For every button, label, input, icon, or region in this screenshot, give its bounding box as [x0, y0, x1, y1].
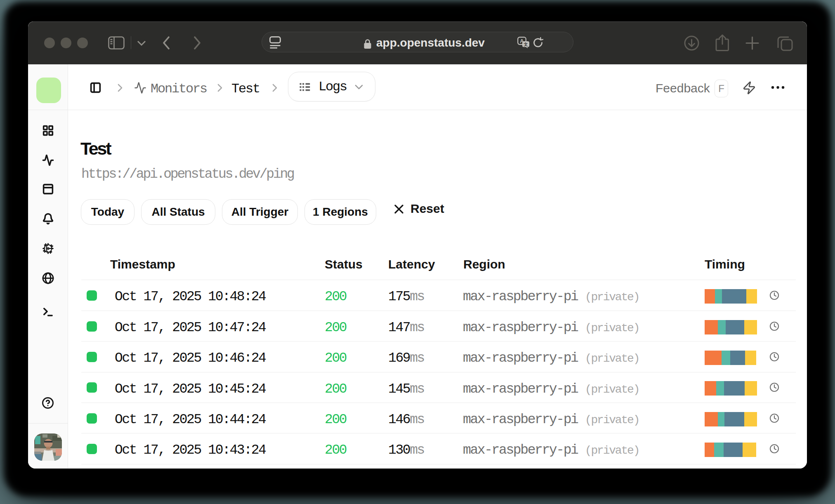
svg-text:文: 文 [524, 42, 528, 47]
